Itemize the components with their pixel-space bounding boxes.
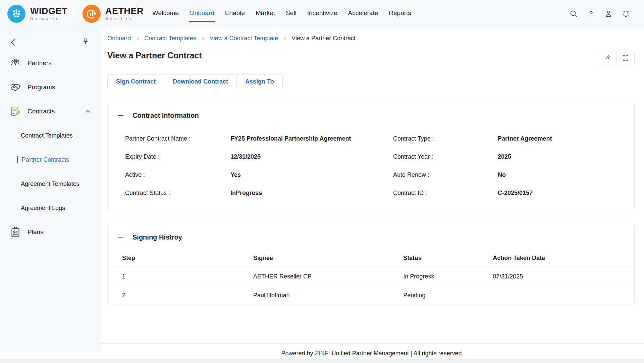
sidebar-subitem-label: Partner Contracts [22,156,69,163]
sidebar-item-plans[interactable]: Plans [0,220,101,244]
sidebar-item-label: Partners [28,59,52,67]
column-header-step: Step [108,250,250,267]
sidebar-column: Partners Programs [0,28,101,363]
nav-item-market[interactable]: Market [255,6,276,22]
sidebar-item-agreement-templates[interactable]: Agreement Templates [0,172,101,196]
cell-action-date [489,286,634,305]
chevron-up-icon[interactable] [84,107,92,115]
nav-item-enable[interactable]: Enable [224,6,246,22]
sidebar-item-label: Plans [28,228,44,236]
field-value: Yes [230,171,393,178]
assign-to-button[interactable]: Assign To [237,74,283,89]
nav-item-incentivize[interactable]: Incentivize [307,6,338,22]
field-value: 12/31/2025 [230,153,393,160]
sign-contract-button[interactable]: Sign Contract [107,74,164,89]
column-header-signee: Signee [250,250,400,267]
sidebar-item-partners[interactable]: Partners [0,51,101,75]
section-title: Signing Histroy [132,234,182,241]
contract-icon [9,105,22,118]
handshake-icon [9,81,22,94]
table-header-row: Step Signee Status Action Taken Date [108,250,634,267]
footer-suffix: Unified Partner Management | All rights … [332,350,464,357]
clipboard-icon [9,225,22,239]
sidebar-item-partner-contracts[interactable]: Partner Contracts [0,148,101,172]
field-label: Active : [125,171,230,178]
cell-signee: Paul Hoffman [250,286,400,305]
breadcrumb-contract-templates[interactable]: Contract Templates [144,35,196,42]
search-icon[interactable] [569,9,578,18]
table-row: 2 Paul Hoffman Pending [108,286,634,305]
nav-item-welcome[interactable]: Welcome [152,6,179,22]
nav-item-reports[interactable]: Reports [388,6,412,22]
aether-reseller-logo[interactable]: AETHER Reseller [83,5,144,23]
bottom-scroll-strip[interactable] [0,359,644,363]
top-bar: WIDGET Networks AETHER Reseller Welcome … [0,0,644,28]
sidebar-item-agreement-logs[interactable]: Agreement Logs [0,196,101,220]
collapse-section-icon[interactable] [116,233,125,242]
breadcrumb-onboard[interactable]: Onboard [107,35,131,42]
brand-divider [75,6,75,21]
sidebar-pin-icon[interactable] [81,38,91,47]
field-label: Contract Status : [125,190,230,197]
breadcrumb-view-contract-template[interactable]: View a Contract Template [210,35,278,42]
partners-icon [9,56,22,70]
help-icon[interactable] [586,9,596,18]
pin-page-button[interactable] [598,51,616,65]
table-row: 1 AETHER Reseller CP In Progress 07/31/2… [108,267,634,286]
sidebar-item-programs[interactable]: Programs [0,75,101,99]
footer-prefix: Powered by [281,350,313,357]
notifications-bell-icon[interactable] [621,9,631,18]
sidebar-subitem-label: Agreement Templates [21,180,79,188]
breadcrumb-current: View a Partner Contract [291,35,356,42]
field-value: Partner Agreement [498,135,624,142]
cell-status: Pending [400,286,489,305]
widget-networks-logo[interactable]: WIDGET Networks [7,5,67,23]
column-header-status: Status [400,250,489,267]
page-tools [598,51,635,65]
nav-item-onboard[interactable]: Onboard [189,6,215,22]
brand-secondary-name: AETHER [105,6,144,16]
column-header-action-taken-date: Action Taken Date [489,250,634,267]
widget-logo-icon [7,5,25,23]
field-label: Auto Renew : [393,171,498,178]
field-value: C-2025/0157 [498,190,624,197]
field-label: Contract ID : [393,190,498,197]
field-label: Contract Year : [393,153,498,160]
chevron-right-icon [135,36,140,41]
field-value: FY25 Professional Partnership Agreement [230,135,393,142]
collapse-section-icon[interactable] [116,111,125,120]
cell-step: 2 [108,286,250,305]
nav-item-accelerate[interactable]: Accelerate [347,6,379,22]
brand-secondary-subtitle: Reseller [105,17,144,21]
brand-primary-name: WIDGET [30,6,67,16]
field-label: Contract Type : [393,135,498,142]
chevron-right-icon [282,36,287,41]
contract-info-fields: Partner Contract Name : FY25 Professiona… [108,120,634,211]
contract-action-buttons: Sign Contract Download Contract Assign T… [107,74,283,89]
brand-primary-subtitle: Networks [30,17,67,21]
sidebar-item-contract-templates[interactable]: Contract Templates [0,123,101,148]
field-label: Partner Contract Name : [125,135,230,142]
field-value: 2025 [498,153,624,160]
aether-logo-icon [83,5,101,23]
sidebar: Partners Programs [0,28,101,351]
sidebar-subitem-label: Contract Templates [21,132,73,139]
download-contract-button[interactable]: Download Contract [164,74,237,89]
cell-status: In Progress [400,267,489,286]
section-title: Contract Information [132,112,199,119]
nav-item-sell[interactable]: Sell [285,6,297,22]
cell-action-date: 07/31/2025 [489,267,634,286]
cell-step: 1 [108,267,250,286]
active-indicator-bar [17,156,18,163]
field-label: Expiry Date : [125,153,230,160]
sidebar-collapse-icon[interactable] [8,37,18,47]
fullscreen-icon[interactable] [616,51,634,65]
top-navigation: Welcome Onboard Enable Market Sell Incen… [152,6,412,22]
sidebar-subitem-label: Agreement Logs [21,205,65,212]
sidebar-item-label: Programs [28,84,55,91]
breadcrumb: Onboard Contract Templates View a Contra… [107,35,635,42]
zinfi-link[interactable]: ZINFI [315,350,330,357]
user-icon[interactable] [604,9,613,18]
page-title: View a Partner Contract [107,51,202,60]
sidebar-item-contracts[interactable]: Contracts [0,99,101,123]
